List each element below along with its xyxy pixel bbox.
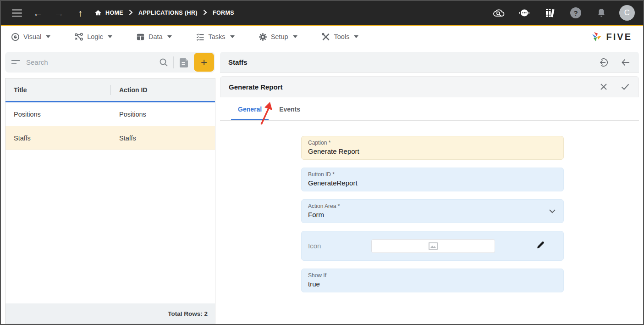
icon-field[interactable]: Icon (301, 231, 564, 261)
add-record-button[interactable]: + (194, 53, 214, 72)
up-icon[interactable]: ↑ (72, 5, 88, 21)
main-content: + Title Action ID Positions Positions St… (1, 48, 643, 324)
toolbar-divider (173, 56, 174, 68)
action-area-field[interactable]: Action Area * Form (301, 199, 564, 223)
search-input[interactable] (26, 58, 159, 66)
library-icon[interactable] (542, 5, 558, 21)
detail-title: Staffs (228, 58, 248, 66)
detail-panel: Staffs (220, 48, 643, 324)
confirm-icon[interactable] (620, 82, 630, 91)
restore-icon[interactable] (599, 57, 609, 67)
button-id-label: Button ID * (308, 171, 557, 178)
back-icon[interactable]: ← (30, 5, 46, 21)
bot-icon[interactable] (517, 5, 532, 21)
menu-icon[interactable] (9, 5, 25, 21)
visibility-icon (11, 33, 20, 41)
gear-icon (259, 33, 267, 41)
table-row-staffs[interactable]: Staffs Staffs (6, 126, 215, 150)
caret-down-icon (167, 35, 172, 38)
caret-down-icon (293, 35, 297, 38)
form-tabs: General Events (220, 97, 639, 121)
total-rows-label: Total Rows: 2 (168, 310, 208, 317)
breadcrumb-applications[interactable]: APPLICATIONS (HR) (138, 10, 198, 16)
filter-icon[interactable] (11, 60, 21, 64)
panel-gutter (215, 48, 220, 324)
form-header: Generate Report (220, 76, 639, 97)
show-if-field[interactable]: Show If true (301, 269, 564, 292)
top-navbar: ← → ↑ HOME APPLICATIONS (HR) FORMS (1, 1, 643, 25)
button-id-value: GenerateReport (308, 179, 557, 187)
notifications-icon[interactable] (594, 5, 609, 21)
help-icon[interactable]: ? (568, 5, 583, 21)
show-if-value: true (308, 280, 557, 288)
brand-name: FIVE (606, 32, 632, 42)
back-arrow-icon[interactable] (621, 57, 631, 67)
detail-header: Staffs (220, 52, 639, 73)
search-bar: + (5, 52, 215, 73)
breadcrumb-home[interactable]: HOME (94, 9, 123, 17)
caption-label: Caption * (308, 140, 557, 146)
table-header: Title Action ID (6, 78, 215, 102)
caret-down-icon (230, 35, 235, 38)
menu-setup[interactable]: Setup (259, 33, 297, 41)
tools-icon (321, 33, 330, 41)
menu-logic[interactable]: Logic (74, 33, 112, 41)
caret-down-icon (46, 35, 50, 38)
task-list-icon (196, 33, 205, 41)
icon-upload-box[interactable] (371, 239, 495, 253)
action-area-label: Action Area * (308, 203, 557, 209)
column-header-action-id[interactable]: Action ID (111, 86, 147, 94)
caption-value: Generate Report (308, 147, 557, 155)
form-body: Caption * Generate Report Button ID * Ge… (220, 121, 639, 324)
caption-field[interactable]: Caption * Generate Report (301, 136, 564, 160)
chevron-right-icon (128, 9, 134, 17)
table-row-positions[interactable]: Positions Positions (6, 102, 215, 126)
menubar: Visual Logic Data (1, 26, 643, 48)
caret-down-icon (108, 35, 112, 38)
image-placeholder-icon (429, 242, 438, 250)
action-area-value: Form (308, 211, 557, 219)
breadcrumb: HOME APPLICATIONS (HR) FORMS (94, 9, 234, 17)
chevron-down-icon[interactable] (549, 207, 556, 215)
tab-general[interactable]: General (231, 106, 269, 120)
menu-tasks[interactable]: Tasks (196, 33, 235, 41)
caret-down-icon (354, 35, 358, 38)
show-if-label: Show If (308, 272, 557, 279)
close-icon[interactable] (599, 82, 608, 91)
table-footer: Total Rows: 2 (6, 303, 215, 324)
column-header-title[interactable]: Title (6, 86, 110, 94)
form-template-icon[interactable] (178, 56, 190, 68)
menu-visual[interactable]: Visual (11, 33, 50, 41)
search-icon[interactable] (159, 57, 169, 67)
data-table-icon (136, 33, 145, 41)
button-id-field[interactable]: Button ID * GenerateReport (301, 168, 564, 191)
records-table: Title Action ID Positions Positions Staf… (5, 78, 215, 324)
menu-data[interactable]: Data (136, 33, 172, 41)
forward-icon[interactable]: → (51, 5, 67, 21)
menu-tools[interactable]: Tools (321, 33, 359, 41)
icon-label: Icon (308, 242, 371, 250)
five-pinwheel-icon (591, 31, 603, 43)
home-icon (94, 9, 102, 17)
form-title: Generate Report (229, 83, 283, 91)
app-window: ← → ↑ HOME APPLICATIONS (HR) FORMS (0, 0, 644, 325)
records-panel: + Title Action ID Positions Positions St… (1, 48, 215, 324)
logic-flow-icon (74, 33, 83, 41)
edit-icon[interactable] (536, 241, 545, 252)
avatar[interactable]: C (619, 5, 635, 21)
cloud-search-icon[interactable] (491, 5, 506, 21)
chevron-right-icon (202, 9, 208, 17)
breadcrumb-forms[interactable]: FORMS (213, 10, 234, 16)
table-empty-space (6, 150, 215, 303)
tab-events[interactable]: Events (272, 106, 307, 120)
five-logo: FIVE (591, 31, 636, 43)
